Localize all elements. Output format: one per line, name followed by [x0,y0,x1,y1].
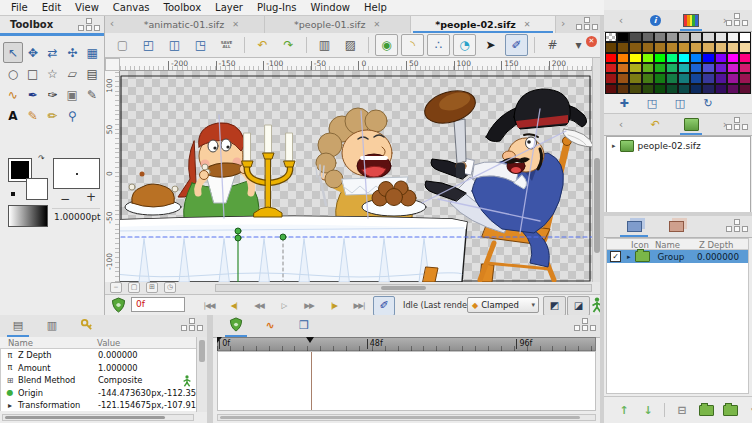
new-file-button[interactable]: ▢ [111,34,134,56]
tab-keyframes[interactable] [72,317,100,335]
open-palette-button[interactable]: ◫ [668,95,692,112]
open-file-button[interactable]: ◰ [137,34,160,56]
palette-swatch[interactable] [605,73,617,83]
fit-canvas-button[interactable]: ⊞ [146,282,158,293]
palette-swatch[interactable] [715,53,727,63]
palette-swatch[interactable] [727,73,739,83]
palette-swatch[interactable] [617,84,629,94]
node-toggle-button[interactable]: ∴ [427,34,450,56]
palette-swatch[interactable] [629,32,641,42]
palette-swatch[interactable] [605,53,617,63]
palette-swatch[interactable] [654,32,666,42]
panel-dock-controls[interactable] [726,13,750,28]
save-all-button[interactable]: SAVE ALL [215,34,238,56]
tab-params[interactable]: ▤ [4,317,32,335]
spline-tool[interactable]: ∿ [3,84,23,105]
timetrack-horizontal-scrollbar[interactable] [217,414,596,421]
palette-swatch[interactable] [617,32,629,42]
palette-swatch[interactable] [642,32,654,42]
seek-prev-keyframe-button[interactable]: ◀| [222,296,246,314]
params-vertical-scrollbar[interactable] [196,337,207,412]
param-row-blend-method[interactable]: ⊞Blend MethodComposite [1,374,196,387]
background-render-toggle-button[interactable]: ◉ [375,34,398,56]
save-palette-as-button[interactable]: ◳ [640,95,664,112]
palette-swatch[interactable] [702,73,714,83]
tab-info[interactable]: i [642,12,668,29]
toggle-rendering-button[interactable]: ‒ [110,282,122,293]
tab-sets[interactable] [660,218,692,235]
palette-swatch[interactable] [617,53,629,63]
animate-mode-toggle-button[interactable]: ✐ [505,34,528,56]
palette-swatch[interactable] [629,42,641,52]
palette-swatch[interactable] [715,73,727,83]
refresh-palette-button[interactable]: ↻ [696,95,720,112]
seek-begin-button[interactable]: |◀◀ [197,296,221,314]
palette-swatch[interactable] [715,84,727,94]
palette-swatch[interactable] [702,42,714,52]
palette-swatch[interactable] [690,84,702,94]
layer-row-group[interactable]: ✓ ▸ Group 0.000000 [607,250,748,263]
gradient-tool[interactable]: ▤ [82,63,102,84]
cut-layer-button[interactable]: ⊟ [672,401,692,419]
tab-people02sifz[interactable]: *people-02.sifz✕ [411,16,557,33]
menu-window[interactable]: Window [304,1,357,14]
palette-swatch[interactable] [678,84,690,94]
palette-swatch[interactable] [666,73,678,83]
transform-tool[interactable]: ↖ [3,42,23,63]
palette-swatch[interactable] [629,63,641,73]
palette-swatch[interactable] [654,73,666,83]
close-icon[interactable]: ✕ [586,36,597,47]
eyedrop-tool[interactable]: ✎ [82,84,102,105]
palette-swatch[interactable] [605,84,617,94]
palette-swatch[interactable] [678,42,690,52]
palette-swatch[interactable] [739,63,751,73]
palette-swatch[interactable] [642,53,654,63]
timebar-ruler[interactable]: 0f48f96f [217,337,596,351]
save-file-as-button[interactable]: ◳ [189,34,212,56]
prev-frame-button[interactable]: ◀◀ [247,296,271,314]
reset-colors-icon[interactable] [11,192,15,196]
palette-swatch[interactable] [690,53,702,63]
palette-swatch[interactable] [678,73,690,83]
duplicate-view-button[interactable]: ▢ [128,282,140,293]
close-icon[interactable]: ✕ [232,20,239,29]
palette-swatch[interactable] [727,42,739,52]
snap-toggle-button[interactable]: ◝ [401,34,424,56]
palette-swatch[interactable] [642,73,654,83]
palette-swatch[interactable] [666,53,678,63]
palette-swatch[interactable] [690,73,702,83]
palette-swatch[interactable] [727,32,739,42]
swap-colors-icon[interactable]: ↷ [38,154,45,163]
palette-swatch[interactable] [715,63,727,73]
tab-library[interactable]: ❒ [289,317,319,335]
circle-tool[interactable]: ○ [3,63,23,84]
palette-swatch[interactable] [666,63,678,73]
close-icon[interactable]: ✕ [373,20,380,29]
tab-canvas-browser[interactable] [678,116,704,133]
palette-swatch[interactable] [617,73,629,83]
palette-swatch[interactable] [678,32,690,42]
panel-dock-controls[interactable] [726,117,750,132]
palette-swatch[interactable] [690,32,702,42]
undo-button[interactable]: ↶ [251,34,274,56]
palette-swatch[interactable] [654,53,666,63]
tab-history[interactable]: ↶ [642,116,668,133]
palette-swatch[interactable] [739,42,751,52]
palette-swatch[interactable] [739,73,751,83]
panel-dock-controls[interactable] [181,318,205,333]
menu-plugins[interactable]: Plug-Ins [250,1,304,14]
decrease-line-width-button[interactable]: − [60,192,70,206]
menu-help[interactable]: Help [357,1,394,14]
past-onion-skin-button[interactable]: ◩ [543,296,566,316]
palette-swatch[interactable] [690,42,702,52]
scale-tool[interactable]: ✣ [62,42,82,63]
palette-swatch[interactable] [642,84,654,94]
palette-swatch[interactable] [702,84,714,94]
chevron-left-icon[interactable]: ‹ [608,12,634,29]
gradient-swatch[interactable] [8,205,48,227]
canvas-artwork[interactable] [120,71,592,282]
tab-timetrack[interactable] [221,317,251,335]
palette-swatch[interactable] [727,63,739,73]
smooth-move-tool[interactable]: ✥ [23,42,43,63]
seek-next-keyframe-button[interactable]: |▶ [322,296,346,314]
